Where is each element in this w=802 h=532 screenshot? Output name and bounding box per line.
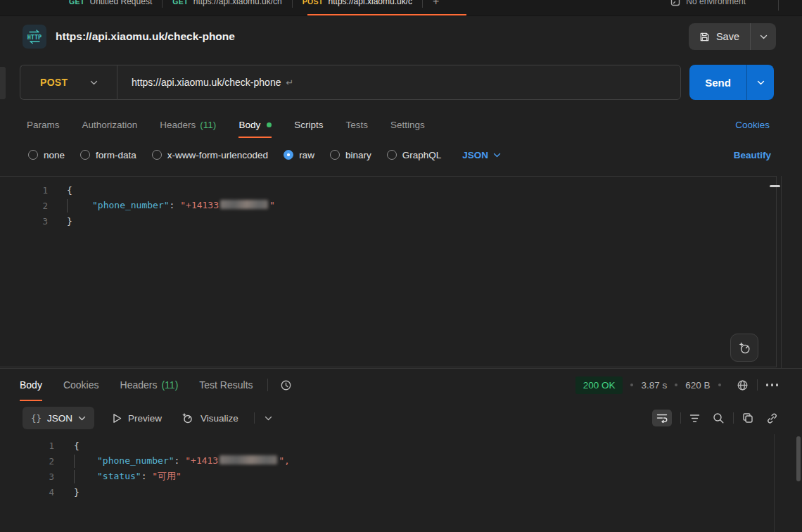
option-label: binary	[345, 150, 371, 160]
save-split-button: Save	[689, 23, 776, 50]
response-tab-cookies[interactable]: Cookies	[63, 369, 99, 401]
tab-tests[interactable]: Tests	[345, 112, 368, 138]
code-text: }	[48, 216, 72, 227]
indent-guide	[67, 199, 68, 213]
tab-params[interactable]: Params	[27, 112, 60, 138]
code-text: "phone_number": "+1413",	[54, 455, 290, 468]
link-button[interactable]	[766, 412, 778, 424]
request-body-editor[interactable]: 1 { 2 "phone_number": "+14133" 3 }	[0, 176, 777, 367]
method-select[interactable]: POST	[20, 65, 117, 100]
wrap-text-button[interactable]	[652, 410, 672, 426]
tab-label: https://api.xiaomu.uk/c	[329, 0, 412, 6]
colon-token: :	[170, 200, 175, 210]
json-value-token: "+14133	[180, 200, 219, 210]
brace-token: }	[67, 216, 72, 227]
response-more-options-button[interactable]	[766, 384, 779, 386]
visualize-options-button[interactable]	[265, 416, 272, 421]
line-number: 3	[0, 216, 48, 227]
tab-authorization[interactable]: Authorization	[82, 112, 138, 138]
line-number: 2	[0, 456, 54, 467]
tab-headers[interactable]: Headers (11)	[160, 112, 216, 138]
request-title: https://api.xiaomu.uk/check-phone	[56, 30, 235, 43]
copy-icon	[742, 412, 753, 424]
postbot-button[interactable]	[730, 334, 758, 362]
beautify-link[interactable]: Beautify	[734, 150, 771, 160]
visualize-button[interactable]: Visualize	[180, 411, 238, 425]
tab-label: Body	[20, 379, 42, 391]
tab-label: Authorization	[82, 120, 138, 130]
code-line: 2 "phone_number": "+14133"	[0, 198, 776, 213]
search-icon	[713, 412, 725, 424]
code-line: 1 {	[0, 438, 774, 453]
new-tab-button[interactable]: +	[433, 0, 439, 8]
copy-button[interactable]	[742, 412, 753, 424]
request-tab-post-xiaomu-active[interactable]: POST https://api.xiaomu.uk/c	[293, 0, 422, 6]
request-tab-get-xiaomu[interactable]: GET https://api.xiaomu.uk/ch	[163, 0, 292, 6]
body-type-x-www-form-urlencoded[interactable]: x-www-form-urlencoded	[152, 150, 268, 160]
send-options-button[interactable]	[747, 65, 774, 100]
return-key-glyph: ↵	[286, 77, 293, 88]
url-input[interactable]: https://api.xiaomu.uk/check-phone ↵	[117, 65, 681, 100]
status-badge: 200 OK	[575, 376, 623, 394]
editor-scrollbar-thumb[interactable]	[770, 185, 780, 187]
json-value-token: "+1413	[185, 455, 218, 466]
radio-icon	[330, 150, 340, 160]
response-body-viewer[interactable]: 1 { 2 "phone_number": "+1413", 3 "status…	[0, 433, 774, 532]
cookies-link[interactable]: Cookies	[735, 120, 770, 130]
radio-icon	[152, 150, 162, 160]
response-tab-body[interactable]: Body	[20, 369, 42, 401]
headers-count-badge: (11)	[200, 120, 216, 130]
response-format-value: JSON	[47, 413, 72, 424]
response-history-button[interactable]	[279, 379, 293, 392]
save-options-button[interactable]	[751, 23, 776, 50]
filter-icon	[689, 414, 700, 423]
preview-button[interactable]: Preview	[113, 413, 162, 424]
network-info-button[interactable]	[737, 379, 749, 391]
environment-selector[interactable]: No environment	[670, 0, 746, 6]
tab-method-badge: GET	[69, 0, 85, 6]
postbot-sparkle-icon	[737, 340, 752, 355]
line-number: 4	[0, 487, 54, 498]
line-number: 2	[0, 201, 48, 211]
body-type-binary[interactable]: binary	[330, 150, 371, 160]
raw-format-select[interactable]: JSON	[462, 150, 501, 160]
tab-label: Untitled Request	[90, 0, 153, 6]
request-tab-untitled[interactable]: GET Untitled Request	[59, 0, 162, 6]
brace-token: {	[74, 441, 79, 451]
tab-settings[interactable]: Settings	[390, 112, 425, 138]
braces-icon: {}	[31, 413, 42, 424]
code-text: "status": "可用"	[54, 470, 182, 483]
link-icon	[766, 412, 778, 424]
save-icon	[699, 32, 710, 42]
postman-app-window: GET Untitled Request GET https://api.xia…	[0, 0, 802, 532]
body-type-bar: none form-data x-www-form-urlencoded raw…	[28, 143, 771, 167]
response-format-select[interactable]: {} JSON	[23, 407, 94, 429]
response-tools	[652, 410, 778, 426]
search-button[interactable]	[713, 412, 725, 424]
response-tab-headers[interactable]: Headers (11)	[120, 369, 179, 401]
indent-guide	[74, 470, 75, 483]
filter-button[interactable]	[689, 414, 700, 423]
environment-label: No environment	[686, 0, 746, 6]
tab-body[interactable]: Body	[238, 112, 272, 138]
option-label: GraphQL	[402, 150, 442, 160]
response-tab-test-results[interactable]: Test Results	[199, 369, 253, 401]
body-type-none[interactable]: none	[28, 150, 65, 160]
response-toolbar: {} JSON Preview Visualize	[23, 405, 778, 431]
save-button[interactable]: Save	[689, 23, 750, 50]
code-text: {	[54, 441, 79, 451]
body-type-graphql[interactable]: GraphQL	[387, 150, 442, 160]
code-text: "phone_number": "+14133"	[48, 199, 275, 213]
brace-token: }	[74, 487, 79, 498]
body-type-raw-selected[interactable]: raw	[284, 150, 314, 160]
collapsed-sidebar-handle[interactable]	[0, 67, 6, 99]
body-type-form-data[interactable]: form-data	[80, 150, 136, 160]
json-value-token: ",	[279, 455, 290, 466]
response-time: 3.87 s	[641, 380, 667, 391]
redacted-value-blur	[220, 200, 268, 209]
preview-label: Preview	[128, 413, 162, 424]
response-scrollbar-thumb[interactable]	[796, 436, 801, 481]
send-button[interactable]: Send	[689, 65, 746, 100]
tab-scripts[interactable]: Scripts	[294, 112, 323, 138]
chevron-down-icon	[760, 34, 768, 39]
